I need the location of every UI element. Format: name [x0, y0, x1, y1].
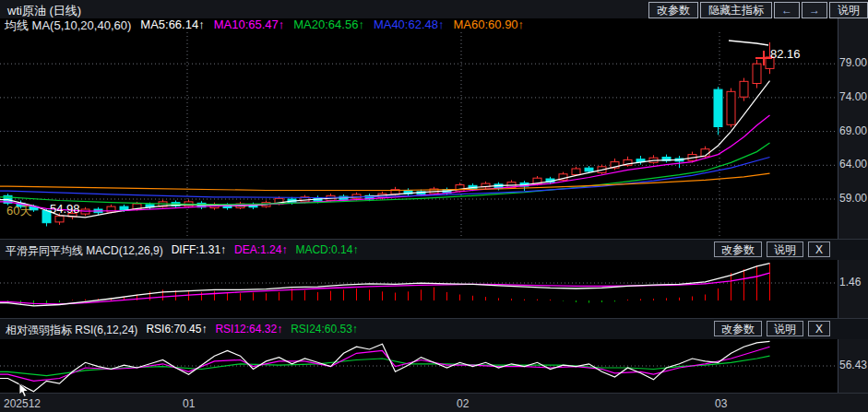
rsi12-line: [0, 347, 770, 381]
ma-params-label: 均线 MA(5,10,20,40,60): [5, 18, 131, 31]
macd-change-params-button[interactable]: 改参数: [714, 241, 762, 257]
main-candlestick-chart[interactable]: [0, 32, 838, 238]
macd-dea-line: [0, 273, 770, 304]
macd-axis-label: 1.46: [839, 276, 861, 288]
rsi6-value-label: RSI6:70.45↑: [146, 323, 207, 338]
titlebar-button-group: 改参数 隐藏主指标 ← → 说明: [648, 2, 868, 18]
price-axis-label: 64.00: [839, 158, 867, 171]
price-axis-label: 69.00: [839, 124, 867, 137]
macd-value-label: MACD:0.14↑: [295, 243, 358, 259]
date-axis-label: 202512: [4, 397, 41, 410]
macd-button-group: 改参数 说明 X: [714, 241, 830, 257]
high-price-label: 82.16: [770, 47, 801, 61]
trading-app-window: wti原油 (日线) 改参数 隐藏主指标 ← → 说明 均线 MA(5,10,2…: [0, 0, 868, 412]
low-price-label: 54.98: [50, 202, 80, 216]
date-axis: 202512010203: [0, 393, 868, 412]
ma20-value-label: MA20:64.56↑: [293, 18, 364, 31]
ma10-value-label: MA10:65.47↑: [214, 18, 285, 31]
help-button[interactable]: 说明: [829, 2, 868, 18]
ma-line-ma60: [0, 173, 770, 190]
rsi-chart[interactable]: [0, 339, 838, 393]
candles: [4, 42, 774, 227]
date-axis-label: 02: [457, 397, 469, 410]
next-arrow-icon[interactable]: →: [802, 2, 827, 18]
high-callout-line: [729, 41, 768, 45]
macd-diff-line: [0, 264, 770, 306]
rsi-axis-label: 56.43: [839, 359, 867, 371]
price-axis-label: 79.00: [839, 56, 867, 69]
ma60-value-label: MA60:60.90↑: [454, 18, 525, 31]
mouse-cursor-icon: [18, 383, 30, 398]
macd-labels: 平滑异同平均线 MACD(12,26,9) DIFF:1.31↑ DEA:1.2…: [6, 243, 358, 259]
macd-dea-label: DEA:1.24↑: [234, 243, 287, 259]
macd-panel-header: 平滑异同平均线 MACD(12,26,9) DIFF:1.31↑ DEA:1.2…: [0, 239, 868, 260]
rsi24-line: [0, 356, 770, 375]
macd-diff-label: DIFF:1.31↑: [172, 243, 226, 259]
macd-close-button[interactable]: X: [808, 241, 830, 257]
rsi-close-button[interactable]: X: [808, 321, 830, 336]
ma40-value-label: MA40:62.48↑: [374, 18, 445, 31]
ma-indicator-row: 均线 MA(5,10,20,40,60) MA5:66.14↑ MA10:65.…: [5, 18, 524, 31]
title-bar: wti原油 (日线) 改参数 隐藏主指标 ← → 说明: [0, 0, 868, 18]
price-axis-label: 74.00: [839, 90, 867, 103]
hide-main-indicator-button[interactable]: 隐藏主指标: [700, 2, 772, 18]
rsi-button-group: 改参数 说明 X: [714, 321, 830, 336]
visible-range-label: 60天: [6, 203, 31, 219]
rsi-panel-header: 相对强弱指标 RSI(6,12,24) RSI6:70.45↑ RSI12:64…: [0, 318, 868, 339]
ma-line-ma40: [0, 158, 770, 198]
rsi-labels: 相对强弱指标 RSI(6,12,24) RSI6:70.45↑ RSI12:64…: [6, 323, 358, 338]
date-axis-label: 03: [715, 397, 727, 410]
rsi-params-label: 相对强弱指标 RSI(6,12,24): [6, 323, 137, 338]
prev-arrow-icon[interactable]: ←: [774, 2, 800, 18]
macd-help-button[interactable]: 说明: [767, 241, 803, 257]
macd-chart[interactable]: [0, 260, 838, 317]
ma5-value-label: MA5:66.14↑: [140, 18, 204, 31]
rsi-help-button[interactable]: 说明: [767, 321, 803, 336]
date-axis-label: 01: [183, 397, 195, 410]
change-params-button[interactable]: 改参数: [648, 2, 698, 18]
rsi6-line: [0, 341, 770, 391]
macd-params-label: 平滑异同平均线 MACD(12,26,9): [6, 243, 163, 259]
rsi12-value-label: RSI12:64.32↑: [215, 323, 282, 338]
rsi-change-params-button[interactable]: 改参数: [714, 321, 762, 336]
price-axis-label: 59.00: [839, 192, 867, 205]
rsi24-value-label: RSI24:60.53↑: [291, 323, 358, 338]
